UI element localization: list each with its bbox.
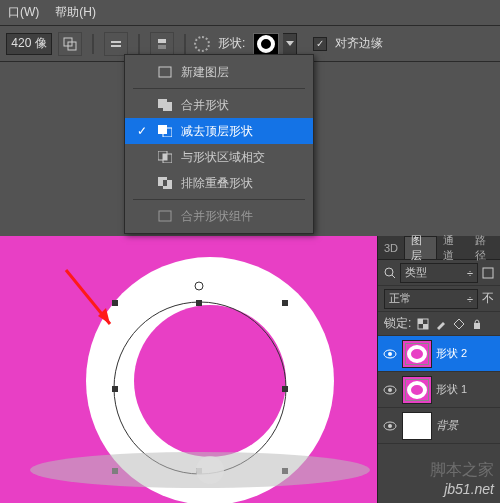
tab-3d[interactable]: 3D	[378, 236, 404, 259]
svg-rect-28	[282, 386, 288, 392]
svg-rect-4	[158, 39, 166, 43]
canvas[interactable]	[0, 236, 377, 503]
layer-name: 形状 2	[436, 346, 496, 361]
svg-rect-26	[282, 300, 288, 306]
svg-point-37	[385, 268, 393, 276]
svg-rect-15	[163, 154, 167, 160]
layer-thumbnail[interactable]	[402, 412, 432, 440]
menu-help[interactable]: 帮助(H)	[55, 4, 96, 21]
kind-select[interactable]: 类型÷	[400, 263, 478, 283]
align-edges-label: 对齐边缘	[335, 35, 383, 52]
merge-icon	[157, 209, 173, 223]
svg-rect-42	[423, 324, 428, 329]
subtract-icon	[157, 124, 173, 138]
tab-paths[interactable]: 路径	[469, 236, 500, 259]
tab-layers[interactable]: 图层	[404, 236, 437, 259]
layer-shape-2[interactable]: 形状 2	[378, 336, 500, 372]
shape-label: 形状:	[218, 35, 245, 52]
svg-rect-5	[158, 45, 166, 49]
blend-mode-select[interactable]: 正常÷	[384, 289, 478, 309]
svg-point-49	[388, 424, 392, 428]
svg-rect-43	[474, 323, 480, 329]
menu-window[interactable]: 口(W)	[8, 4, 39, 21]
svg-rect-25	[196, 300, 202, 306]
svg-point-6	[259, 37, 273, 51]
svg-rect-41	[418, 319, 423, 324]
svg-rect-2	[111, 41, 121, 43]
path-operations-menu: 新建图层 合并形状 ✓ 减去顶层形状 与形状区域相交 排除重叠形状 合并形状组件	[124, 54, 314, 234]
menu-exclude[interactable]: 排除重叠形状	[125, 170, 313, 196]
svg-point-47	[388, 388, 392, 392]
menu-subtract-front[interactable]: ✓ 减去顶层形状	[125, 118, 313, 144]
layer-name: 背景	[436, 418, 496, 433]
watermark-brand: 脚本之家	[430, 460, 494, 481]
layer-name: 形状 1	[436, 382, 496, 397]
layer-thumbnail[interactable]	[402, 376, 432, 404]
intersect-icon	[157, 150, 173, 164]
new-layer-icon	[157, 65, 173, 79]
menu-separator	[133, 88, 305, 89]
menu-label: 减去顶层形状	[181, 123, 253, 140]
menu-intersect[interactable]: 与形状区域相交	[125, 144, 313, 170]
menu-merge-components[interactable]: 合并形状组件	[125, 203, 313, 229]
align-edges-checkbox[interactable]	[313, 37, 327, 51]
size-input[interactable]	[6, 33, 52, 55]
gear-icon[interactable]	[194, 36, 210, 52]
svg-rect-8	[159, 67, 171, 77]
tab-channels[interactable]: 通道	[437, 236, 468, 259]
align-button[interactable]	[104, 32, 128, 56]
combine-icon	[157, 98, 173, 112]
lock-position-icon[interactable]	[453, 318, 465, 330]
visibility-icon[interactable]	[382, 418, 398, 434]
lock-label: 锁定:	[384, 315, 411, 332]
menu-new-layer[interactable]: 新建图层	[125, 59, 313, 85]
menu-combine[interactable]: 合并形状	[125, 92, 313, 118]
arrange-button[interactable]	[150, 32, 174, 56]
menu-label: 合并形状组件	[181, 208, 253, 225]
menu-label: 与形状区域相交	[181, 149, 265, 166]
annotation-arrow	[60, 264, 120, 334]
watermark-site: jb51.net	[444, 481, 494, 497]
menu-label: 新建图层	[181, 64, 229, 81]
separator	[138, 34, 140, 54]
lock-transparent-icon[interactable]	[417, 318, 429, 330]
lock-paint-icon[interactable]	[435, 318, 447, 330]
svg-point-45	[388, 352, 392, 356]
visibility-icon[interactable]	[382, 346, 398, 362]
menu-label: 排除重叠形状	[181, 175, 253, 192]
path-op-button[interactable]	[58, 32, 82, 56]
svg-rect-27	[112, 386, 118, 392]
exclude-icon	[157, 176, 173, 190]
separator	[184, 34, 186, 54]
svg-marker-7	[286, 41, 294, 46]
svg-point-34	[196, 456, 224, 484]
visibility-icon[interactable]	[382, 382, 398, 398]
opacity-label: 不	[482, 290, 494, 307]
layer-shape-1[interactable]: 形状 1	[378, 372, 500, 408]
layer-background[interactable]: 背景	[378, 408, 500, 444]
svg-rect-39	[483, 268, 493, 278]
layer-thumbnail[interactable]	[402, 340, 432, 368]
shape-preview[interactable]	[253, 33, 279, 55]
shape-dropdown[interactable]	[283, 33, 297, 55]
checkmark-icon: ✓	[135, 124, 149, 138]
search-icon	[384, 267, 396, 279]
lock-all-icon[interactable]	[471, 318, 483, 330]
separator	[92, 34, 94, 54]
svg-rect-3	[111, 45, 121, 47]
svg-rect-19	[159, 211, 171, 221]
menu-label: 合并形状	[181, 97, 229, 114]
filter-image-icon[interactable]	[482, 267, 494, 279]
menu-separator	[133, 199, 305, 200]
svg-line-38	[392, 275, 395, 278]
svg-rect-18	[163, 180, 167, 186]
svg-rect-10	[163, 102, 172, 111]
